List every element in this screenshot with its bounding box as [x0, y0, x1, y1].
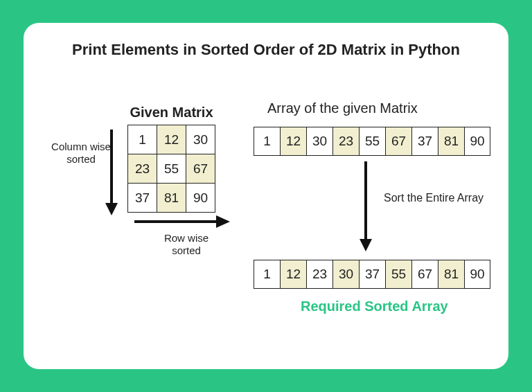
array-cell: 1 [254, 127, 280, 156]
matrix-cell: 81 [157, 184, 186, 213]
given-matrix-section: Given Matrix 11230235567378190 [127, 105, 215, 213]
array-cell: 37 [411, 127, 438, 156]
array-cell: 30 [306, 127, 332, 156]
diagram-content: Column wise sorted Given Matrix 11230235… [44, 87, 488, 350]
arrow-down-icon [105, 130, 118, 215]
arrow-sort-icon [360, 161, 372, 251]
matrix-cell: 23 [128, 154, 157, 184]
sorted-array: 11223303755678190 [254, 260, 490, 289]
matrix-cell: 37 [128, 184, 157, 213]
diagram-card: Print Elements in Sorted Order of 2D Mat… [24, 23, 508, 369]
row-wise-label: Row wise sorted [148, 232, 224, 257]
array-cell: 81 [438, 260, 464, 289]
array-label: Array of the given Matrix [267, 100, 418, 116]
array-cell: 23 [306, 260, 332, 289]
matrix-cell: 90 [186, 184, 215, 213]
array-cell: 55 [359, 127, 385, 156]
array-cell: 55 [385, 260, 411, 289]
matrix-cell: 67 [186, 154, 215, 184]
page-title: Print Elements in Sorted Order of 2D Mat… [44, 41, 488, 59]
svg-marker-3 [216, 215, 230, 228]
array-cell: 90 [464, 260, 490, 289]
matrix-cell: 1 [128, 125, 157, 154]
flattened-array: 11230235567378190 [254, 127, 490, 156]
svg-marker-1 [105, 203, 118, 215]
svg-marker-5 [360, 239, 372, 251]
array-cell: 12 [280, 260, 306, 289]
matrix-cell: 55 [157, 154, 186, 184]
array-cell: 12 [280, 127, 306, 156]
matrix-cell: 30 [186, 125, 215, 154]
given-matrix-label: Given Matrix [127, 105, 215, 121]
arrow-right-icon [134, 215, 230, 228]
array-cell: 23 [332, 127, 359, 156]
given-matrix: 11230235567378190 [127, 125, 215, 213]
array-cell: 81 [438, 127, 464, 156]
array-cell: 37 [359, 260, 385, 289]
array-cell: 67 [411, 260, 438, 289]
array-cell: 1 [254, 260, 280, 289]
sort-step-label: Sort the Entire Array [384, 192, 484, 204]
array-cell: 30 [332, 260, 359, 289]
array-cell: 67 [385, 127, 411, 156]
matrix-cell: 12 [157, 125, 186, 154]
array-cell: 90 [464, 127, 490, 156]
result-label: Required Sorted Array [301, 299, 448, 314]
